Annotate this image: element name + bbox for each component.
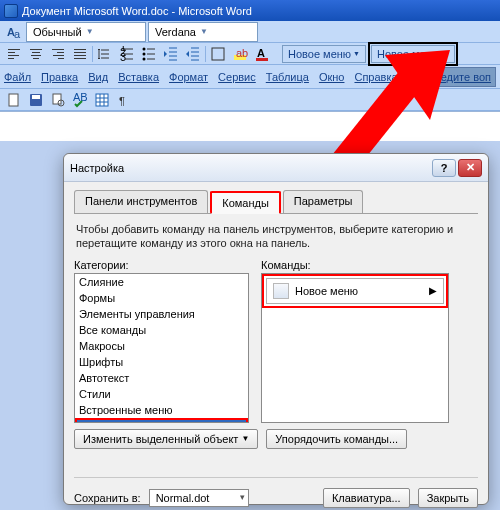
align-justify-icon[interactable] [70,44,90,64]
menu-tools[interactable]: Сервис [218,71,256,83]
close-button[interactable]: ✕ [458,159,482,177]
svg-point-7 [143,57,146,60]
spellcheck-icon[interactable]: ABC [70,90,90,110]
commands-listbox[interactable]: Новое меню ▶ [261,273,449,423]
svg-rect-19 [96,94,108,106]
list-item-selected[interactable]: Новое меню [77,420,246,423]
chevron-down-icon: ▼ [442,50,449,57]
standard-toolbar: ABC ¶ [0,89,500,111]
categories-listbox[interactable]: Слияние Формы Элементы управления Все ко… [74,273,249,423]
svg-text:A: A [257,47,265,59]
list-item[interactable]: Все команды [75,322,248,338]
tab-commands[interactable]: Команды [210,191,281,214]
new-menu-highlight: Новое меню [75,418,248,423]
svg-text:a: a [14,28,21,40]
new-menu-2-button[interactable]: Новое меню▼ [371,45,455,63]
document-area [0,111,500,141]
save-icon[interactable] [26,90,46,110]
list-item[interactable]: Макросы [75,338,248,354]
show-marks-icon[interactable]: ¶ [114,90,134,110]
ask-question-box[interactable]: Введите воп [423,67,496,87]
increase-indent-icon[interactable] [183,44,203,64]
style-value: Обычный [33,26,82,38]
numbered-list-icon[interactable]: 123 [117,44,137,64]
menu-view[interactable]: Вид [88,71,108,83]
menu-edit[interactable]: Правка [41,71,78,83]
list-item[interactable]: Стили [75,386,248,402]
dialog-title: Настройка [70,162,124,174]
list-item[interactable]: Формы [75,290,248,306]
help-button[interactable]: ? [432,159,456,177]
highlight-icon[interactable]: ab [230,44,250,64]
svg-text:¶: ¶ [119,95,125,107]
list-item[interactable]: Встроенные меню [75,402,248,418]
menu-insert[interactable]: Вставка [118,71,159,83]
menu-file[interactable]: Файл [4,71,31,83]
new-menu-1-button[interactable]: Новое меню▼ [282,45,366,63]
svg-text:3: 3 [120,51,126,62]
menu-window[interactable]: Окно [319,71,345,83]
style-select[interactable]: Обычный▼ [26,22,146,42]
align-toolbar: 123 ab A Новое меню▼ Новое меню▼ [0,43,500,65]
dialog-hint: Чтобы добавить команду на панель инструм… [76,222,476,251]
svg-rect-15 [32,95,40,99]
keyboard-button[interactable]: Клавиатура... [323,488,410,508]
commands-label: Команды: [261,259,449,271]
menu-help[interactable]: Справка [354,71,397,83]
tab-options[interactable]: Параметры [283,190,364,213]
command-new-menu[interactable]: Новое меню ▶ [266,278,444,304]
window-title: Документ Microsoft Word.doc - Microsoft … [22,5,252,17]
tab-toolbars[interactable]: Панели инструментов [74,190,208,213]
submenu-arrow-icon: ▶ [429,285,437,296]
dialog-title-bar[interactable]: Настройка ? ✕ [64,154,488,182]
style-zoom-icon[interactable]: Aa [4,22,24,42]
align-center-icon[interactable] [26,44,46,64]
svg-rect-13 [9,94,18,106]
decrease-indent-icon[interactable] [161,44,181,64]
table-icon[interactable] [92,90,112,110]
svg-rect-12 [256,58,268,61]
svg-rect-8 [212,48,224,60]
line-spacing-icon[interactable] [95,44,115,64]
menu-bar: Файл Правка Вид Вставка Формат Сервис Та… [0,65,500,89]
svg-point-6 [143,52,146,55]
save-in-label: Сохранить в: [74,492,141,504]
customize-dialog: Настройка ? ✕ Панели инструментов Команд… [63,153,489,505]
borders-icon[interactable] [208,44,228,64]
align-left-icon[interactable] [4,44,24,64]
list-item[interactable]: Элементы управления [75,306,248,322]
font-select[interactable]: Verdana▼ [148,22,258,42]
chevron-down-icon: ▼ [86,27,94,36]
list-item[interactable]: Автотекст [75,370,248,386]
title-bar: Документ Microsoft Word.doc - Microsoft … [0,0,500,21]
command-label: Новое меню [295,285,358,297]
font-color-icon[interactable]: A [252,44,272,64]
list-item[interactable]: Слияние [75,274,248,290]
modify-selection-button[interactable]: Изменить выделенный объект▼ [74,429,258,449]
bullet-list-icon[interactable] [139,44,159,64]
word-app-icon [4,4,18,18]
print-preview-icon[interactable] [48,90,68,110]
categories-label: Категории: [74,259,249,271]
new-doc-icon[interactable] [4,90,24,110]
formatting-toolbar: Aa Обычный▼ Verdana▼ [0,21,500,43]
dialog-tabs: Панели инструментов Команды Параметры [74,190,478,214]
chevron-down-icon: ▼ [200,27,208,36]
menu-format[interactable]: Формат [169,71,208,83]
reorder-commands-button[interactable]: Упорядочить команды... [266,429,407,449]
close-dialog-button[interactable]: Закрыть [418,488,478,508]
command-icon [273,283,289,299]
save-in-select[interactable]: Normal.dot [149,489,249,507]
svg-point-5 [143,47,146,50]
svg-text:ab: ab [236,47,248,59]
list-item[interactable]: Шрифты [75,354,248,370]
chevron-down-icon: ▼ [353,50,360,57]
align-right-icon[interactable] [48,44,68,64]
svg-rect-16 [53,94,61,104]
menu-table[interactable]: Таблица [266,71,309,83]
chevron-down-icon: ▼ [241,434,249,443]
new-menu-2-highlight: Новое меню▼ [368,42,458,66]
font-value: Verdana [155,26,196,38]
